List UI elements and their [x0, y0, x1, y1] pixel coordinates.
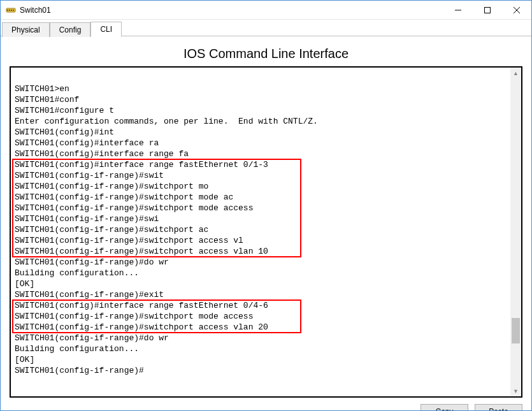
svg-rect-3: [11, 10, 12, 11]
cli-panel: IOS Command Line Interface SWITCH01>en S…: [1, 36, 531, 411]
svg-rect-4: [13, 10, 14, 11]
svg-rect-6: [485, 7, 491, 13]
paste-button[interactable]: Paste: [475, 404, 522, 411]
copy-button[interactable]: Copy: [421, 404, 468, 411]
tabs: Physical Config CLI: [1, 20, 531, 36]
scroll-down-button[interactable]: ▼: [510, 386, 521, 396]
app-icon: [6, 5, 16, 15]
scrollbar[interactable]: ▲ ▼: [510, 68, 521, 396]
maximize-button[interactable]: [473, 1, 502, 20]
terminal-container: SWITCH01>en SWITCH01#conf SWITCH01#confi…: [10, 66, 522, 398]
tab-config[interactable]: Config: [50, 22, 91, 37]
window-title: Switch01: [20, 6, 51, 15]
scroll-track[interactable]: [510, 78, 521, 386]
button-row: Copy Paste: [10, 404, 522, 411]
titlebar: Switch01: [1, 1, 531, 20]
svg-rect-1: [7, 10, 8, 11]
minimize-button[interactable]: [443, 1, 473, 20]
scroll-thumb[interactable]: [512, 318, 520, 343]
tab-cli[interactable]: CLI: [90, 22, 122, 37]
terminal-output[interactable]: SWITCH01>en SWITCH01#conf SWITCH01#confi…: [11, 68, 521, 396]
scroll-up-button[interactable]: ▲: [510, 68, 521, 78]
svg-rect-2: [9, 10, 10, 11]
cli-heading: IOS Command Line Interface: [10, 47, 522, 61]
close-button[interactable]: [502, 1, 531, 20]
tab-physical[interactable]: Physical: [2, 22, 50, 37]
